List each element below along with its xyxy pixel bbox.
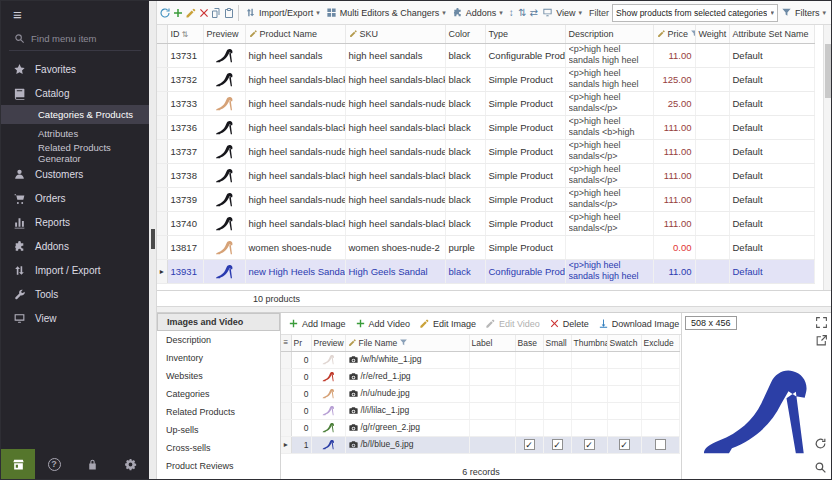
- edit-video-button[interactable]: Edit Video: [481, 314, 544, 334]
- cell-priority[interactable]: 0: [291, 368, 311, 385]
- edit-image-button[interactable]: Edit Image: [415, 314, 480, 334]
- product-row-13817[interactable]: 13817women shoes-nudewomen shoes-nude-2p…: [157, 235, 814, 259]
- column-header-price[interactable]: Price: [653, 25, 695, 43]
- delete-button[interactable]: [197, 3, 210, 23]
- tab-related-products[interactable]: Related Products: [157, 403, 280, 421]
- cell-weight[interactable]: [695, 163, 729, 187]
- image-row-b-l-blue-6-jpg[interactable]: ▸1/b/l/blue_6.jpg✓✓✓✓: [281, 436, 679, 453]
- cell-id[interactable]: 13733: [167, 91, 203, 115]
- cell-priority[interactable]: 0: [291, 385, 311, 402]
- cell-color[interactable]: black: [445, 67, 485, 91]
- refresh-button[interactable]: [159, 3, 172, 23]
- cell-type[interactable]: Simple Product: [485, 115, 565, 139]
- grid-scrollbar[interactable]: [823, 25, 831, 290]
- cell-attribute-set[interactable]: Default: [729, 115, 814, 139]
- product-row-13731[interactable]: 13731high heel sandalshigh heel sandalsb…: [157, 43, 814, 67]
- tab-websites[interactable]: Websites: [157, 367, 280, 385]
- cell-id[interactable]: 13740: [167, 211, 203, 235]
- image-row-r-e-red-1-jpg[interactable]: 0/r/e/red_1.jpg: [281, 368, 679, 385]
- column-header-weight[interactable]: Weight: [695, 25, 729, 43]
- cell-base[interactable]: [515, 419, 543, 436]
- cell-price[interactable]: 111.00: [653, 163, 695, 187]
- category-filter-select[interactable]: Show products from selected categories▾: [612, 4, 778, 22]
- cell-preview[interactable]: [203, 259, 245, 283]
- sidebar-item-orders[interactable]: Orders: [1, 186, 149, 210]
- cell-swatch[interactable]: [607, 419, 641, 436]
- cell-id[interactable]: 13738: [167, 163, 203, 187]
- store-button[interactable]: [1, 449, 35, 479]
- cell-base[interactable]: [515, 402, 543, 419]
- add-button[interactable]: [172, 3, 185, 23]
- cell-label[interactable]: [469, 351, 515, 368]
- cell-priority[interactable]: 1: [291, 436, 311, 453]
- cell-product-name[interactable]: high heel sandals-nude-36: [245, 139, 345, 163]
- cell-preview[interactable]: [203, 139, 245, 163]
- cell-price[interactable]: 111.00: [653, 187, 695, 211]
- cell-product-name[interactable]: women shoes-nude: [245, 235, 345, 259]
- dropdown-multi-editors-changers[interactable]: Multi Editors & Changers▾: [323, 3, 449, 23]
- tab-up-sells[interactable]: Up-sells: [157, 421, 280, 439]
- cell-type[interactable]: Simple Product: [485, 67, 565, 91]
- cell-description[interactable]: <p>high heel sandals high heel sandals</…: [565, 43, 653, 67]
- tab-images-and-video[interactable]: Images and Video: [157, 313, 280, 331]
- cell-id[interactable]: 13817: [167, 235, 203, 259]
- cell-thumbnail[interactable]: ✓: [571, 436, 607, 453]
- cell-sku[interactable]: high heel sandals-nude-36: [345, 139, 445, 163]
- rotate-icon[interactable]: [814, 437, 827, 450]
- cell-preview[interactable]: [311, 436, 345, 453]
- scrollbar-thumb[interactable]: [825, 44, 831, 98]
- delete-button[interactable]: Delete: [545, 314, 593, 334]
- cell-color[interactable]: black: [445, 115, 485, 139]
- sidebar-item-addons[interactable]: Addons: [1, 234, 149, 258]
- cell-color[interactable]: black: [445, 259, 485, 283]
- add-image-button[interactable]: Add Image: [284, 314, 350, 334]
- cell-color[interactable]: purple: [445, 235, 485, 259]
- filters-button[interactable]: Filters▾: [778, 3, 829, 23]
- cell-thumbnail[interactable]: [571, 419, 607, 436]
- cell-weight[interactable]: [695, 211, 729, 235]
- product-row-13736[interactable]: 13736high heel sandals-black-36high heel…: [157, 115, 814, 139]
- cell-description[interactable]: <p>high heel sandals high heel san...: [565, 67, 653, 91]
- dropdown-view[interactable]: View▾: [539, 3, 585, 23]
- cell-base[interactable]: [515, 351, 543, 368]
- cell-preview[interactable]: [203, 67, 245, 91]
- media-column-thumbna[interactable]: Thumbna: [571, 335, 607, 351]
- cell-type[interactable]: Configurable Product: [485, 43, 565, 67]
- tab-product-reviews[interactable]: Product Reviews: [157, 457, 280, 475]
- cell-attribute-set[interactable]: Default: [729, 43, 814, 67]
- cell-weight[interactable]: [695, 259, 729, 283]
- cell-weight[interactable]: [695, 139, 729, 163]
- cell-attribute-set[interactable]: Default: [729, 259, 814, 283]
- cell-attribute-set[interactable]: Default: [729, 187, 814, 211]
- product-row-13732[interactable]: 13732high heel sandals-blackhigh heel sa…: [157, 67, 814, 91]
- media-column-file-name[interactable]: File Name: [345, 335, 469, 351]
- image-size-field[interactable]: 508 x 456: [685, 316, 737, 330]
- cell-file-name[interactable]: /n/u/nude.jpg: [345, 385, 469, 402]
- cell-preview[interactable]: [311, 419, 345, 436]
- column-header-attribute-set-name[interactable]: Attribute Set Name: [729, 25, 814, 43]
- cell-exclude[interactable]: [641, 368, 679, 385]
- cell-swatch[interactable]: [607, 351, 641, 368]
- thumbnail-checkbox[interactable]: ✓: [584, 439, 595, 450]
- paste-button[interactable]: [223, 3, 236, 23]
- cell-type[interactable]: Simple Product: [485, 163, 565, 187]
- sidebar-item-categories-products[interactable]: Categories & Products: [1, 105, 149, 124]
- sidebar-item-import-export[interactable]: Import / Export: [1, 258, 149, 282]
- cell-price[interactable]: 111.00: [653, 211, 695, 235]
- exclude-checkbox[interactable]: [655, 439, 666, 450]
- add-video-button[interactable]: Add Video: [351, 314, 414, 334]
- cell-price[interactable]: 25.00: [653, 91, 695, 115]
- column-header-color[interactable]: Color: [445, 25, 485, 43]
- sidebar-item-favorites[interactable]: Favorites: [1, 57, 149, 81]
- cell-weight[interactable]: [695, 91, 729, 115]
- cell-thumbnail[interactable]: [571, 351, 607, 368]
- cell-exclude[interactable]: [641, 385, 679, 402]
- cell-product-name[interactable]: high heel sandals-black-36: [245, 115, 345, 139]
- cell-label[interactable]: [469, 385, 515, 402]
- sort-updown-button[interactable]: ↕: [506, 3, 517, 23]
- copy-button[interactable]: [210, 3, 223, 23]
- cell-file-name[interactable]: /b/l/blue_6.jpg: [345, 436, 469, 453]
- cell-description[interactable]: [565, 235, 653, 259]
- fit-screen-icon[interactable]: [815, 316, 828, 329]
- sidebar-item-customers[interactable]: Customers: [1, 162, 149, 186]
